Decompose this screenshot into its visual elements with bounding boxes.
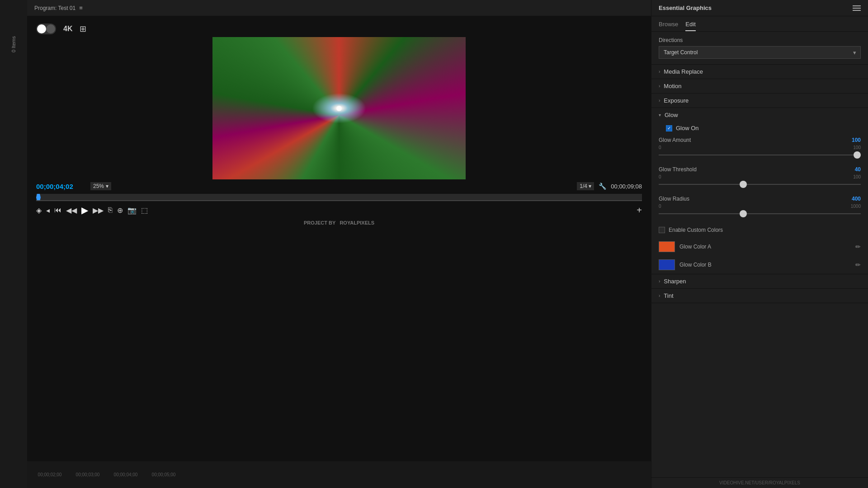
panel-title: Essential Graphics: [659, 5, 853, 11]
glow-amount-min: 0: [659, 145, 661, 150]
glow-color-b-row: Glow Color B ✏: [651, 256, 868, 274]
glow-radius-value: 400: [852, 196, 861, 202]
section-label-motion: Motion: [664, 83, 681, 89]
bottom-timeline: 00;00;02;00 00;00;03;00 00;00;04;00 00;0…: [27, 461, 651, 488]
target-control-select[interactable]: Target Control: [659, 46, 861, 59]
project-label: PROJECT BY ROYALPIXELS: [304, 218, 374, 227]
main-content: Program: Test 01 ≡ 4K ⊞ 00;00;04;02 25% …: [27, 0, 651, 488]
tick-1: 00;00;02;00: [32, 472, 68, 477]
glow-amount-range: 0 100: [659, 145, 861, 150]
glow-threshold-label: Glow Threshold: [659, 166, 697, 173]
timecode-total: 00;00;09;08: [611, 183, 642, 190]
compare-icon[interactable]: ⊞: [80, 24, 86, 34]
glow-radius-row: Glow Radius 400 0 1000: [651, 193, 868, 222]
fast-forward-button[interactable]: ▶▶: [93, 206, 104, 215]
ratio-value: 1/4: [580, 183, 587, 189]
mark-out-button[interactable]: ⊕: [117, 206, 123, 215]
insert-button[interactable]: ⎘: [108, 206, 113, 214]
section-label-sharpen: Sharpen: [664, 278, 686, 285]
glow-threshold-thumb[interactable]: [740, 181, 747, 188]
glow-threshold-min: 0: [659, 174, 661, 179]
glow-threshold-value: 40: [855, 166, 861, 173]
video-preview-inner: [212, 37, 466, 179]
tick-4: 00;00;05;00: [146, 472, 182, 477]
section-sharpen[interactable]: › Sharpen: [651, 274, 868, 289]
wrench-icon[interactable]: 🔧: [599, 183, 606, 190]
zoom-chevron: ▾: [106, 183, 108, 189]
glow-threshold-track-wrapper[interactable]: [659, 180, 861, 188]
chevron-sharpen: ›: [659, 279, 660, 284]
section-label-tint: Tint: [664, 292, 673, 299]
glow-on-label: Glow On: [676, 125, 699, 131]
export-button[interactable]: ⬚: [141, 206, 148, 215]
enable-custom-colors-checkbox[interactable]: [659, 227, 665, 233]
glow-amount-max: 100: [853, 145, 861, 150]
rewind-to-start-button[interactable]: ⏮: [54, 206, 61, 214]
section-motion[interactable]: › Motion: [651, 79, 868, 94]
glow-color-a-picker-icon[interactable]: ✏: [855, 243, 861, 250]
glow-color-a-row: Glow Color A ✏: [651, 238, 868, 256]
panel-menu-button[interactable]: [853, 5, 861, 11]
project-by: PROJECT BY: [304, 220, 335, 225]
glow-radius-thumb[interactable]: [740, 210, 747, 217]
panel-header: Essential Graphics: [651, 0, 868, 16]
glow-amount-track: [659, 155, 861, 155]
chevron-motion: ›: [659, 84, 660, 89]
menu-line-2: [853, 8, 861, 9]
chevron-tint: ›: [659, 293, 660, 298]
tab-edit[interactable]: Edit: [685, 19, 695, 31]
panel-tabs: Browse Edit: [651, 16, 868, 32]
glow-header[interactable]: ▾ Glow: [651, 108, 868, 122]
glow-radius-track-wrapper[interactable]: [659, 210, 861, 218]
glow-amount-thumb[interactable]: [854, 151, 861, 159]
ratio-select[interactable]: 1/4 ▾: [577, 182, 594, 190]
play-button[interactable]: ▶: [81, 205, 88, 216]
chevron-media-replace: ›: [659, 69, 660, 74]
zoom-select[interactable]: 25% ▾: [90, 182, 111, 190]
target-control-wrapper: Target Control: [659, 46, 861, 59]
timecode-bar: 00;00;04;02 25% ▾ 1/4 ▾ 🔧 00;00;09;08: [36, 179, 642, 193]
glow-amount-row: Glow Amount 100 0 100: [651, 134, 868, 164]
directions-label: Directions: [659, 37, 861, 43]
watermark-text: VIDEOHIVE.NET/USER/ROYALPIXELS: [719, 480, 800, 485]
section-exposure[interactable]: › Exposure: [651, 94, 868, 108]
glow-threshold-header: Glow Threshold 40: [659, 166, 861, 173]
camera-button[interactable]: 📷: [127, 206, 137, 215]
glow-color-a-swatch[interactable]: [659, 241, 675, 252]
toggle-circle-right: [46, 24, 55, 33]
menu-line-3: [853, 10, 861, 11]
items-label: 0 Items: [11, 36, 16, 52]
glow-radius-label: Glow Radius: [659, 196, 689, 202]
glow-section: ▾ Glow ✓ Glow On Glow Amount 100 0 100: [651, 108, 868, 274]
section-media-replace[interactable]: › Media Replace: [651, 65, 868, 79]
left-sidebar: 0 Items: [0, 0, 27, 488]
tab-browse[interactable]: Browse: [659, 19, 678, 31]
timecode-current[interactable]: 00;00;04;02: [36, 183, 86, 190]
toggle-icon[interactable]: [36, 23, 56, 34]
rewind-button[interactable]: ◀◀: [66, 206, 77, 215]
glow-color-b-swatch[interactable]: [659, 259, 675, 270]
add-button[interactable]: +: [637, 205, 642, 216]
glow-color-b-picker-icon[interactable]: ✏: [855, 261, 861, 268]
glow-on-row: ✓ Glow On: [651, 122, 868, 134]
tick-3: 00;00;04;00: [108, 472, 144, 477]
glow-color-b-label: Glow Color B: [679, 262, 851, 268]
glow-amount-track-wrapper[interactable]: [659, 151, 861, 159]
resolution-label: 4K: [63, 25, 72, 33]
glow-on-checkbox[interactable]: ✓: [666, 125, 672, 131]
timeline-scrubber[interactable]: [36, 194, 642, 201]
program-menu-icon[interactable]: ≡: [79, 5, 83, 11]
project-name: ROYALPIXELS: [340, 220, 374, 225]
enable-custom-colors-row: Enable Custom Colors: [651, 222, 868, 238]
section-label-glow: Glow: [665, 112, 678, 118]
enable-custom-colors-label: Enable Custom Colors: [669, 227, 723, 233]
step-back-button[interactable]: ◂: [46, 206, 50, 215]
glow-radius-header: Glow Radius 400: [659, 196, 861, 202]
menu-line-1: [853, 5, 861, 6]
glow-amount-label: Glow Amount: [659, 137, 691, 143]
glow-color-a-label: Glow Color A: [679, 244, 851, 250]
glow-amount-value: 100: [852, 137, 861, 143]
section-tint[interactable]: › Tint: [651, 289, 868, 303]
mark-in-button[interactable]: ◈: [36, 206, 42, 215]
scrubber-track: [36, 200, 642, 201]
